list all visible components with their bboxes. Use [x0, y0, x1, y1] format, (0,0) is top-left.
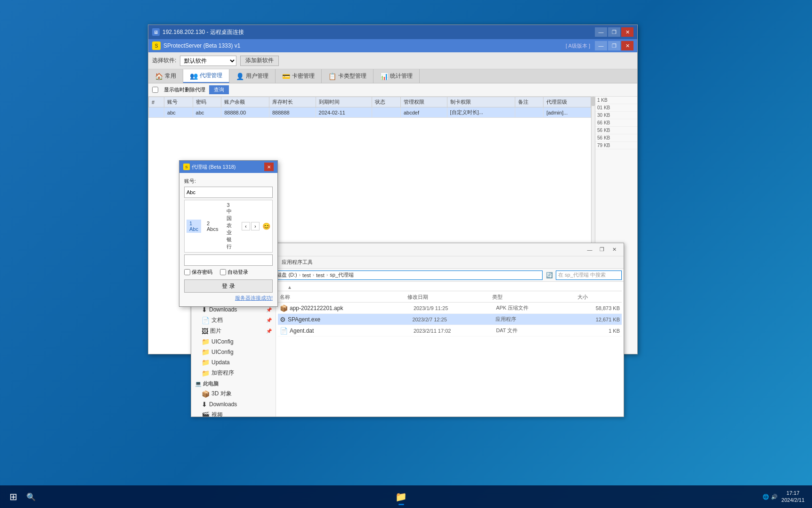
video-icon: 🎬: [202, 411, 210, 417]
agent-table: # 账号 密码 账户余额 库存时长 到期时间 状态 管理权限 制卡权限 备注 代: [148, 97, 591, 118]
save-password-label[interactable]: 保存密码: [184, 269, 212, 276]
ime-emoji-btn[interactable]: 😊: [262, 222, 270, 230]
explorer-close-btn[interactable]: ✕: [609, 245, 620, 254]
app-logo-icon: S: [152, 41, 161, 50]
rdp-window-controls: — ❐ ✕: [595, 27, 633, 37]
taskbar-app-explorer[interactable]: 📁: [391, 487, 412, 506]
start-btn[interactable]: ⊞: [4, 488, 23, 505]
explorer-minimize-btn[interactable]: —: [584, 245, 595, 254]
apk-type: APK 压缩文件: [496, 304, 578, 311]
sidebar-updata-label: Updata: [211, 359, 230, 366]
software-select[interactable]: 默认软件: [180, 56, 236, 66]
sort-header[interactable]: ▲: [278, 284, 622, 291]
rdp-title: 192.168.202.130 - 远程桌面连接: [162, 28, 595, 36]
sidebar-item-pics[interactable]: 🖼 图片 📌: [191, 326, 276, 336]
col-level: 代理层级: [544, 97, 591, 107]
app-titlebar: S SProtectServer (Beta 1333) v1 [ A级版本 ]…: [148, 39, 637, 52]
account-input[interactable]: [184, 187, 273, 198]
ime-item-1[interactable]: 1 Abc: [187, 220, 201, 233]
file-row-apk[interactable]: 📦 app-2022122201.apk 2023/1/9 11:25 APK …: [278, 303, 622, 314]
app-win-controls: — ❐ ✕: [595, 41, 633, 50]
table-row[interactable]: abc abc 88888.00 888888 2024-02-11 abcde…: [149, 107, 591, 118]
cell-admin-perm: abcdef: [400, 107, 447, 118]
file-row-dat[interactable]: 📄 Agent.dat 2023/2/11 17:02 DAT 文件 1 KB: [278, 325, 622, 336]
add-software-btn[interactable]: 添加新软件: [240, 56, 279, 66]
tab-agent[interactable]: 👥 代理管理: [183, 69, 229, 83]
taskbar-clock[interactable]: 17:17 2024/2/11: [778, 490, 808, 504]
password-input[interactable]: [184, 254, 273, 266]
app-close-btn[interactable]: ✕: [621, 41, 633, 50]
search-box[interactable]: 在 sp_代理端 中搜索: [556, 270, 622, 280]
col-type[interactable]: 类型: [492, 294, 577, 301]
sys-tray-network: 🌐: [763, 494, 769, 500]
sidebar-item-updata[interactable]: 📁 Updata: [191, 357, 276, 368]
app-minimize-btn[interactable]: —: [595, 41, 607, 50]
refresh-btn[interactable]: 🔄: [544, 270, 554, 280]
col-name[interactable]: 名称: [280, 294, 407, 301]
tab-normal[interactable]: 🏠 常用: [148, 69, 183, 83]
sidebar-item-video[interactable]: 🎬 视频: [191, 410, 276, 417]
login-btn[interactable]: 登 录: [184, 279, 273, 293]
app-restore-btn[interactable]: ❐: [608, 41, 620, 50]
filelist-header: 名称 修改日期 类型 大小: [278, 292, 622, 303]
rdp-restore-btn[interactable]: ❐: [608, 27, 620, 37]
taskbar-search-btn[interactable]: 🔍: [23, 488, 40, 505]
rdp-minimize-btn[interactable]: —: [595, 27, 607, 37]
ime-next-btn[interactable]: ›: [251, 222, 260, 230]
date-display: 2024/2/11: [781, 497, 804, 504]
breadcrumb-test1: test: [302, 272, 311, 278]
dialog-titlebar: S 代理端 (Beta 1318) ✕: [179, 161, 277, 173]
col-admin-perm: 管理权限: [400, 97, 447, 107]
sidebar-item-docs[interactable]: 📄 文档 📌: [191, 315, 276, 326]
sidebar-uiconfig1-label: UIConfig: [211, 338, 234, 345]
folder-icon: 📁: [202, 369, 210, 377]
tab-user[interactable]: 👤 用户管理: [229, 69, 276, 83]
tab-cardtype[interactable]: 📋 卡类型管理: [322, 69, 374, 83]
exp-tab-apptools[interactable]: 应用程序工具: [277, 258, 317, 267]
sidebar-item-uiconfig2[interactable]: 📁 UIConfig: [191, 347, 276, 357]
pics-icon: 🖼: [202, 328, 208, 335]
col-date[interactable]: 修改日期: [407, 294, 493, 301]
rdp-close-btn[interactable]: ✕: [621, 27, 633, 37]
ime-item-2[interactable]: 2 Abcs: [204, 220, 221, 233]
tab-agent-label: 代理管理: [200, 72, 222, 80]
sidebar-item-uiconfig1[interactable]: 📁 UIConfig: [191, 336, 276, 347]
cell-expire: 2024-02-11: [316, 107, 372, 118]
dialog-body: 账号: 1 Abc 2 Abcs 3 中国农业银行 ‹ › 😊: [179, 173, 277, 306]
dat-date: 2023/2/11 17:02: [414, 328, 496, 334]
col-stock: 库存时长: [269, 97, 316, 107]
auto-login-label[interactable]: 自动登录: [220, 269, 248, 276]
time-display: 17:17: [781, 490, 804, 497]
auto-login-checkbox[interactable]: [220, 269, 226, 275]
col-balance: 账户余额: [221, 97, 269, 107]
ime-prev-btn[interactable]: ‹: [242, 222, 250, 230]
tab-stats[interactable]: 📊 统计管理: [374, 69, 420, 83]
apk-date: 2023/1/9 11:25: [414, 305, 496, 311]
search-btn[interactable]: 查询: [209, 85, 229, 94]
breadcrumb-test2: test: [316, 272, 325, 278]
address-path[interactable]: 此电脑 › 本地磁盘 (D:) › test › test › sp_代理端: [242, 270, 543, 280]
dialog-close-btn[interactable]: ✕: [264, 163, 274, 171]
right-panel-item: 01 KB: [595, 104, 637, 112]
file-row-exe[interactable]: ⚙ SPAgent.exe 2023/2/7 12:25 应用程序 12,671…: [278, 314, 622, 325]
ime-item-3[interactable]: 3 中国农业银行: [224, 201, 239, 251]
explorer-restore-btn[interactable]: ❐: [596, 245, 608, 254]
downloads2-icon: ⬇: [202, 401, 207, 408]
desktop: 🗑 回收站 🖥 192.168.202.130 - 远程桌面连接 — ❐ ✕ S…: [0, 0, 812, 508]
sidebar-uiconfig2-label: UIConfig: [211, 349, 234, 355]
sidebar-encryption-label: 加密程序: [211, 369, 234, 377]
sidebar-item-downloads2[interactable]: ⬇ Downloads: [191, 399, 276, 410]
sidebar-item-encryption[interactable]: 📁 加密程序: [191, 368, 276, 378]
rdp-titlebar: 🖥 192.168.202.130 - 远程桌面连接 — ❐ ✕: [148, 25, 637, 39]
tab-stats-icon: 📊: [380, 73, 388, 80]
save-password-checkbox[interactable]: [184, 269, 190, 275]
sidebar-item-3d[interactable]: 📦 3D 对象: [191, 388, 276, 399]
tab-card[interactable]: 💳 卡密管理: [276, 69, 322, 83]
cell-account: abc: [164, 107, 193, 118]
save-password-text: 保存密码: [192, 269, 212, 276]
col-size[interactable]: 大小: [577, 294, 620, 301]
col-status: 状态: [372, 97, 401, 107]
apk-size: 58,873 KB: [578, 305, 620, 311]
exe-date: 2023/2/7 12:25: [412, 317, 495, 322]
show-deleted-checkbox[interactable]: [152, 87, 158, 93]
